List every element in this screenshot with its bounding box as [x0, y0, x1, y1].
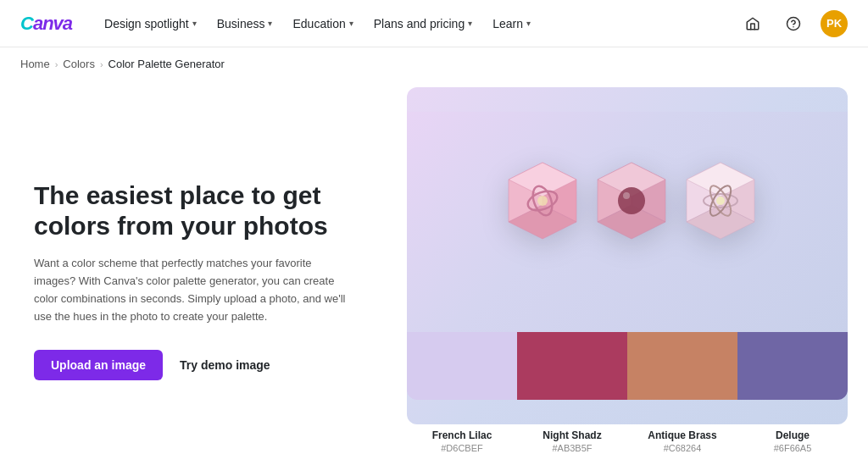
- svg-point-14: [623, 192, 630, 199]
- breadcrumb-home[interactable]: Home: [20, 58, 50, 70]
- color-hex: #D6CBEF: [407, 443, 517, 453]
- chevron-down-icon: ▾: [468, 19, 472, 28]
- svg-point-22: [716, 197, 725, 205]
- nav-label: Design spotlight: [104, 17, 189, 30]
- chevron-down-icon: ▾: [268, 19, 272, 28]
- color-name: Night Shadz: [517, 429, 627, 441]
- color-name: Antique Brass: [627, 429, 737, 441]
- image-inner: [407, 112, 848, 400]
- breadcrumb-current: Color Palette Generator: [108, 58, 225, 70]
- color-name: French Lilac: [407, 429, 517, 441]
- color-hex: #6F66A5: [737, 443, 848, 453]
- main-content: The easiest place to get colors from you…: [0, 80, 868, 453]
- upload-image-button[interactable]: Upload an image: [34, 350, 163, 380]
- color-name: Deluge: [737, 429, 848, 441]
- nav-item-learn[interactable]: Learn ▾: [484, 12, 539, 36]
- right-panel: French Lilac #D6CBEF Night Shadz #AB3B5F…: [407, 80, 868, 453]
- color-hex: #AB3B5F: [517, 443, 627, 453]
- color-hex: #C68264: [627, 443, 737, 453]
- color-labels: French Lilac #D6CBEF Night Shadz #AB3B5F…: [407, 424, 848, 453]
- cubes-illustration: [466, 137, 788, 307]
- svg-point-8: [537, 196, 548, 206]
- nav-item-business[interactable]: Business ▾: [209, 12, 281, 36]
- swatch-french-lilac[interactable]: [407, 332, 517, 400]
- color-swatches-row: [407, 332, 848, 400]
- logo[interactable]: Canva: [20, 13, 72, 35]
- color-label-night-shadz: Night Shadz #AB3B5F: [517, 429, 627, 453]
- help-button[interactable]: [780, 10, 807, 37]
- breadcrumb-sep: ›: [55, 59, 58, 69]
- swatch-deluge[interactable]: [737, 332, 848, 400]
- svg-point-13: [618, 187, 645, 214]
- try-demo-button[interactable]: Try demo image: [180, 358, 270, 372]
- color-label-antique-brass: Antique Brass #C68264: [627, 429, 737, 453]
- navbar: Canva Design spotlight ▾ Business ▾ Educ…: [0, 0, 868, 47]
- chevron-down-icon: ▾: [526, 19, 531, 28]
- nav-label: Plans and pricing: [374, 17, 465, 30]
- home-button[interactable]: [739, 10, 766, 37]
- breadcrumb-colors[interactable]: Colors: [63, 58, 95, 70]
- nav-label: Learn: [492, 17, 523, 30]
- nav-label: Education: [292, 17, 345, 30]
- avatar[interactable]: PK: [821, 10, 848, 37]
- nav-right: PK: [739, 10, 848, 37]
- hero-description: Want a color scheme that perfectly match…: [34, 255, 356, 325]
- swatch-antique-brass[interactable]: [627, 332, 737, 400]
- nav-item-design-spotlight[interactable]: Design spotlight ▾: [96, 12, 205, 36]
- breadcrumb: Home › Colors › Color Palette Generator: [0, 47, 868, 80]
- chevron-down-icon: ▾: [192, 19, 197, 28]
- color-label-french-lilac: French Lilac #D6CBEF: [407, 429, 517, 453]
- demo-image: [407, 112, 848, 332]
- color-label-deluge: Deluge #6F66A5: [737, 429, 848, 453]
- chevron-down-icon: ▾: [349, 19, 353, 28]
- image-area: [407, 87, 848, 424]
- hero-title: The easiest place to get colors from you…: [34, 180, 373, 241]
- logo-text: Canva: [20, 13, 72, 34]
- nav-item-education[interactable]: Education ▾: [284, 12, 361, 36]
- nav-item-plans-pricing[interactable]: Plans and pricing ▾: [365, 12, 481, 36]
- nav-label: Business: [217, 17, 265, 30]
- breadcrumb-sep: ›: [100, 59, 103, 69]
- cta-row: Upload an image Try demo image: [34, 350, 373, 380]
- swatch-night-shadz[interactable]: [517, 332, 627, 400]
- left-panel: The easiest place to get colors from you…: [0, 80, 407, 453]
- nav-left: Canva Design spotlight ▾ Business ▾ Educ…: [20, 12, 539, 36]
